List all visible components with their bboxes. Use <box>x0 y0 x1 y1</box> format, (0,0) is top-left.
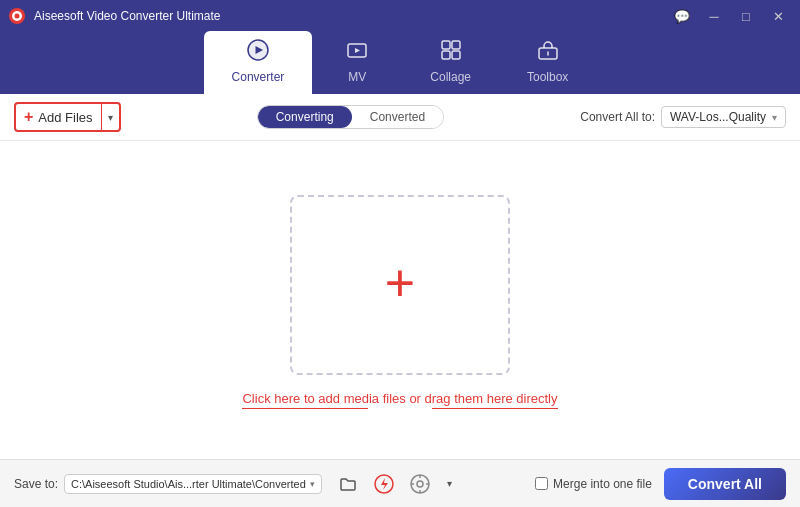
svg-point-15 <box>417 481 423 487</box>
converted-tab[interactable]: Converted <box>352 106 443 128</box>
save-path-dropdown[interactable]: C:\Aiseesoft Studio\Ais...rter Ultimate\… <box>64 474 322 494</box>
format-dropdown-arrow-icon: ▾ <box>772 112 777 123</box>
format-dropdown[interactable]: WAV-Los...Quality ▾ <box>661 106 786 128</box>
save-path-value: C:\Aiseesoft Studio\Ais...rter Ultimate\… <box>71 478 306 490</box>
tab-mv-label: MV <box>348 70 366 84</box>
collage-icon <box>440 39 462 66</box>
merge-checkbox-input[interactable] <box>535 477 548 490</box>
maximize-button[interactable]: □ <box>732 5 760 27</box>
tab-toolbox[interactable]: Toolbox <box>499 31 596 94</box>
format-value: WAV-Los...Quality <box>670 110 766 124</box>
toolbar: + Add Files ▾ Converting Converted Conve… <box>0 94 800 141</box>
drop-zone-plus-icon: + <box>385 257 415 309</box>
lightning-icon <box>374 474 394 494</box>
svg-rect-7 <box>442 41 450 49</box>
folder-icon <box>339 475 357 493</box>
bottom-right: Merge into one file Convert All <box>535 468 786 500</box>
svg-rect-8 <box>452 41 460 49</box>
minimize-button[interactable]: ─ <box>700 5 728 27</box>
close-button[interactable]: ✕ <box>764 5 792 27</box>
settings-icon <box>410 474 430 494</box>
convert-all-button[interactable]: Convert All <box>664 468 786 500</box>
merge-label-text: Merge into one file <box>553 477 652 491</box>
message-button[interactable]: 💬 <box>668 5 696 27</box>
add-files-main: + Add Files <box>16 108 101 126</box>
window-controls: 💬 ─ □ ✕ <box>668 5 792 27</box>
merge-checkbox-label[interactable]: Merge into one file <box>535 477 652 491</box>
settings-button[interactable] <box>406 470 434 498</box>
app-title: Aiseesoft Video Converter Ultimate <box>34 9 221 23</box>
converting-tab[interactable]: Converting <box>258 106 352 128</box>
svg-rect-9 <box>442 51 450 59</box>
title-bar-left: Aiseesoft Video Converter Ultimate <box>8 7 221 25</box>
add-files-plus-icon: + <box>24 108 33 126</box>
add-files-label: Add Files <box>38 110 92 125</box>
add-files-button[interactable]: + Add Files ▾ <box>14 102 121 132</box>
add-files-dropdown-arrow[interactable]: ▾ <box>101 104 119 130</box>
tab-collage-label: Collage <box>430 70 471 84</box>
bottom-bar: Save to: C:\Aiseesoft Studio\Ais...rter … <box>0 459 800 507</box>
drop-zone-container: + Click here to add media files or drag … <box>0 141 800 459</box>
drop-zone[interactable]: + <box>290 195 510 375</box>
svg-rect-10 <box>452 51 460 59</box>
tab-collage[interactable]: Collage <box>402 31 499 94</box>
drop-zone-hint[interactable]: Click here to add media files or drag th… <box>242 391 557 406</box>
svg-point-2 <box>15 14 20 19</box>
tab-toolbox-label: Toolbox <box>527 70 568 84</box>
mv-icon <box>346 39 368 66</box>
main-content: + Add Files ▾ Converting Converted Conve… <box>0 94 800 459</box>
status-tab-pills: Converting Converted <box>257 105 444 129</box>
toolbox-icon <box>537 39 559 66</box>
quick-convert-button[interactable] <box>370 470 398 498</box>
settings-dropdown-arrow-icon: ▾ <box>447 478 452 489</box>
convert-all-to: Convert All to: WAV-Los...Quality ▾ <box>580 106 786 128</box>
tab-converter-label: Converter <box>232 70 285 84</box>
save-path-arrow-icon: ▾ <box>310 479 315 489</box>
converter-icon <box>247 39 269 66</box>
nav-tabs: Converter MV Collage <box>0 32 800 94</box>
title-bar: Aiseesoft Video Converter Ultimate 💬 ─ □… <box>0 0 800 32</box>
settings-dropdown-button[interactable]: ▾ <box>442 470 458 498</box>
bottom-action-icons: ▾ <box>334 470 458 498</box>
save-to-section: Save to: C:\Aiseesoft Studio\Ais...rter … <box>14 470 458 498</box>
convert-all-to-label: Convert All to: <box>580 110 655 124</box>
open-folder-button[interactable] <box>334 470 362 498</box>
save-to-label: Save to: <box>14 477 58 491</box>
tab-mv[interactable]: MV <box>312 31 402 94</box>
tab-converter[interactable]: Converter <box>204 31 313 94</box>
app-logo-icon <box>8 7 26 25</box>
